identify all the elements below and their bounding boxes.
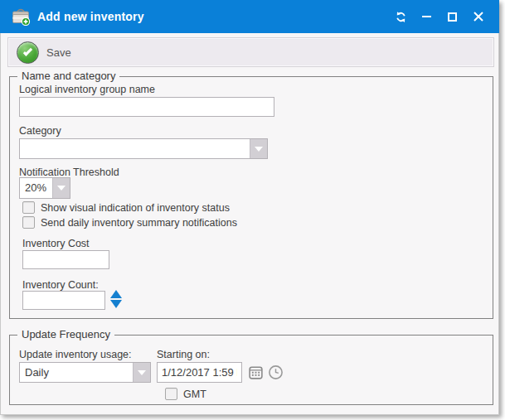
- checkbox-icon[interactable]: [165, 388, 177, 400]
- starting-on-label: Starting on:: [157, 349, 210, 360]
- clock-icon[interactable]: [267, 364, 284, 380]
- category-select[interactable]: [19, 138, 268, 159]
- spinner-down-icon[interactable]: [110, 300, 122, 308]
- maximize-icon[interactable]: [439, 0, 465, 33]
- save-button[interactable]: Save: [8, 38, 80, 66]
- chevron-down-icon[interactable]: [52, 178, 70, 198]
- inventory-count-label: Inventory Count:: [22, 279, 99, 291]
- daily-summary-checkbox[interactable]: Send daily inventory summary notificatio…: [22, 216, 237, 229]
- inventory-add-icon: [11, 7, 31, 26]
- name-category-legend: Name and category: [17, 70, 119, 82]
- checkbox-icon[interactable]: [22, 201, 35, 214]
- green-checkmark-icon: [17, 41, 39, 64]
- calendar-icon[interactable]: [247, 364, 264, 380]
- refresh-icon[interactable]: [388, 0, 414, 33]
- group-name-label: Logical inventory group name: [19, 84, 155, 95]
- count-spinner[interactable]: [110, 290, 122, 308]
- category-label: Category: [19, 125, 61, 137]
- checkbox-icon[interactable]: [22, 216, 35, 229]
- visual-indication-label: Show visual indication of inventory stat…: [41, 202, 230, 214]
- update-frequency-legend: Update Frequency: [17, 328, 114, 340]
- chevron-down-icon[interactable]: [250, 139, 267, 158]
- name-category-group: Name and category Logical inventory grou…: [9, 76, 493, 319]
- daily-summary-label: Send daily inventory summary notificatio…: [41, 217, 237, 229]
- minimize-icon[interactable]: [414, 0, 439, 33]
- usage-select[interactable]: Daily: [19, 362, 151, 383]
- usage-value: Daily: [20, 363, 133, 382]
- close-icon[interactable]: [465, 0, 491, 33]
- window-controls: [388, 0, 491, 33]
- save-label: Save: [46, 46, 71, 59]
- update-frequency-group: Update Frequency Update inventory usage:…: [9, 335, 493, 405]
- window-title: Add new inventory: [37, 10, 144, 23]
- group-name-input[interactable]: [19, 97, 274, 117]
- toolbar: Save: [7, 37, 494, 67]
- starting-on-input[interactable]: [157, 362, 242, 383]
- category-value: [20, 139, 250, 158]
- threshold-value: 20%: [20, 178, 52, 198]
- dialog-window: Add new inventory Save: [0, 0, 499, 415]
- threshold-label: Notification Threshold: [19, 167, 119, 178]
- gmt-checkbox[interactable]: GMT: [165, 388, 206, 400]
- inventory-count-input[interactable]: [22, 291, 105, 310]
- gmt-label: GMT: [183, 389, 206, 400]
- chevron-down-icon[interactable]: [133, 363, 150, 382]
- inventory-cost-label: Inventory Cost: [22, 238, 90, 249]
- threshold-select[interactable]: 20%: [19, 177, 70, 199]
- visual-indication-checkbox[interactable]: Show visual indication of inventory stat…: [22, 201, 230, 214]
- inventory-cost-input[interactable]: [22, 250, 109, 269]
- usage-label: Update inventory usage:: [19, 349, 132, 360]
- titlebar[interactable]: Add new inventory: [0, 0, 499, 33]
- spinner-up-icon[interactable]: [110, 290, 122, 298]
